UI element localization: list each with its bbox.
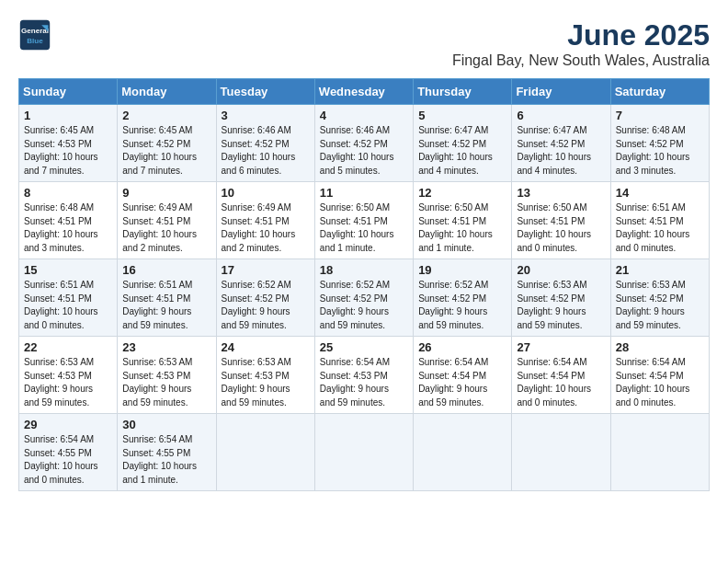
day-number: 7 [616, 109, 704, 122]
calendar-cell [314, 414, 413, 491]
calendar-cell: 15Sunrise: 6:51 AMSunset: 4:51 PMDayligh… [19, 259, 118, 337]
day-info: Sunrise: 6:54 AMSunset: 4:53 PMDaylight:… [320, 356, 408, 409]
day-info: Sunrise: 6:53 AMSunset: 4:52 PMDaylight:… [616, 279, 704, 332]
day-info: Sunrise: 6:54 AMSunset: 4:55 PMDaylight:… [122, 433, 210, 487]
day-info: Sunrise: 6:49 AMSunset: 4:51 PMDaylight:… [122, 201, 210, 255]
calendar-cell: 21Sunrise: 6:53 AMSunset: 4:52 PMDayligh… [610, 259, 709, 337]
calendar-cell: 20Sunrise: 6:53 AMSunset: 4:52 PMDayligh… [512, 259, 610, 337]
day-info: Sunrise: 6:53 AMSunset: 4:53 PMDaylight:… [122, 356, 210, 409]
calendar-cell: 25Sunrise: 6:54 AMSunset: 4:53 PMDayligh… [314, 337, 413, 414]
calendar-cell: 7Sunrise: 6:48 AMSunset: 4:52 PMDaylight… [610, 105, 709, 182]
header: General Blue June 2025 Fingal Bay, New S… [18, 18, 710, 69]
calendar-cell: 24Sunrise: 6:53 AMSunset: 4:53 PMDayligh… [216, 337, 314, 414]
calendar-cell: 22Sunrise: 6:53 AMSunset: 4:53 PMDayligh… [19, 337, 118, 414]
day-number: 10 [222, 186, 310, 200]
day-number: 21 [616, 263, 704, 277]
svg-text:General: General [21, 27, 49, 35]
day-number: 22 [24, 340, 112, 354]
day-info: Sunrise: 6:52 AMSunset: 4:52 PMDaylight:… [222, 279, 310, 332]
calendar-cell: 28Sunrise: 6:54 AMSunset: 4:54 PMDayligh… [610, 337, 709, 414]
calendar-cell [610, 414, 709, 491]
day-header-tuesday: Tuesday [216, 79, 314, 105]
day-info: Sunrise: 6:48 AMSunset: 4:52 PMDaylight:… [616, 124, 704, 178]
day-header-saturday: Saturday [610, 79, 709, 105]
day-info: Sunrise: 6:53 AMSunset: 4:52 PMDaylight:… [517, 279, 605, 332]
day-number: 29 [24, 418, 112, 431]
day-info: Sunrise: 6:46 AMSunset: 4:52 PMDaylight:… [222, 124, 310, 178]
calendar-cell: 2Sunrise: 6:45 AMSunset: 4:52 PMDaylight… [118, 105, 216, 182]
day-header-monday: Monday [118, 79, 216, 105]
calendar-cell: 27Sunrise: 6:54 AMSunset: 4:54 PMDayligh… [512, 337, 610, 414]
day-number: 5 [418, 109, 506, 122]
day-number: 12 [418, 186, 506, 200]
calendar-table: SundayMondayTuesdayWednesdayThursdayFrid… [18, 78, 710, 491]
calendar-cell: 10Sunrise: 6:49 AMSunset: 4:51 PMDayligh… [216, 182, 314, 259]
calendar-body: 1Sunrise: 6:45 AMSunset: 4:53 PMDaylight… [19, 105, 710, 491]
day-number: 23 [122, 340, 210, 354]
calendar-cell: 16Sunrise: 6:51 AMSunset: 4:51 PMDayligh… [118, 259, 216, 337]
day-info: Sunrise: 6:47 AMSunset: 4:52 PMDaylight:… [418, 124, 506, 178]
calendar-cell: 8Sunrise: 6:48 AMSunset: 4:51 PMDaylight… [19, 182, 118, 259]
calendar-cell [512, 414, 610, 491]
day-header-thursday: Thursday [414, 79, 512, 105]
day-number: 6 [517, 109, 605, 122]
day-number: 20 [517, 263, 605, 277]
calendar-cell [216, 414, 314, 491]
day-info: Sunrise: 6:48 AMSunset: 4:51 PMDaylight:… [24, 201, 112, 255]
day-number: 15 [24, 263, 112, 277]
calendar-week-row: 1Sunrise: 6:45 AMSunset: 4:53 PMDaylight… [19, 105, 710, 182]
day-info: Sunrise: 6:51 AMSunset: 4:51 PMDaylight:… [616, 201, 704, 255]
calendar-cell: 18Sunrise: 6:52 AMSunset: 4:52 PMDayligh… [314, 259, 413, 337]
day-number: 28 [616, 340, 704, 354]
calendar-cell: 9Sunrise: 6:49 AMSunset: 4:51 PMDaylight… [118, 182, 216, 259]
day-info: Sunrise: 6:53 AMSunset: 4:53 PMDaylight:… [24, 356, 112, 409]
day-info: Sunrise: 6:50 AMSunset: 4:51 PMDaylight:… [418, 201, 506, 255]
day-number: 8 [24, 186, 112, 200]
calendar-cell: 4Sunrise: 6:46 AMSunset: 4:52 PMDaylight… [314, 105, 413, 182]
calendar-cell: 3Sunrise: 6:46 AMSunset: 4:52 PMDaylight… [216, 105, 314, 182]
calendar-cell: 13Sunrise: 6:50 AMSunset: 4:51 PMDayligh… [512, 182, 610, 259]
day-info: Sunrise: 6:45 AMSunset: 4:53 PMDaylight:… [24, 124, 112, 178]
day-number: 17 [222, 263, 310, 277]
day-number: 30 [122, 418, 210, 431]
day-info: Sunrise: 6:54 AMSunset: 4:55 PMDaylight:… [24, 433, 112, 487]
day-header-wednesday: Wednesday [314, 79, 413, 105]
day-number: 2 [122, 109, 210, 122]
calendar-week-row: 22Sunrise: 6:53 AMSunset: 4:53 PMDayligh… [19, 337, 710, 414]
day-number: 16 [122, 263, 210, 277]
day-number: 13 [517, 186, 605, 200]
day-number: 4 [320, 109, 408, 122]
day-number: 9 [122, 186, 210, 200]
svg-text:Blue: Blue [27, 37, 43, 45]
calendar-cell: 30Sunrise: 6:54 AMSunset: 4:55 PMDayligh… [118, 414, 216, 491]
calendar-cell [414, 414, 512, 491]
location-title: Fingal Bay, New South Wales, Australia [452, 52, 710, 69]
calendar-cell: 5Sunrise: 6:47 AMSunset: 4:52 PMDaylight… [414, 105, 512, 182]
day-info: Sunrise: 6:51 AMSunset: 4:51 PMDaylight:… [122, 279, 210, 332]
day-number: 11 [320, 186, 408, 200]
day-info: Sunrise: 6:53 AMSunset: 4:53 PMDaylight:… [222, 356, 310, 409]
day-number: 18 [320, 263, 408, 277]
day-info: Sunrise: 6:47 AMSunset: 4:52 PMDaylight:… [517, 124, 605, 178]
day-number: 14 [616, 186, 704, 200]
day-number: 25 [320, 340, 408, 354]
day-info: Sunrise: 6:51 AMSunset: 4:51 PMDaylight:… [24, 279, 112, 332]
day-number: 19 [418, 263, 506, 277]
calendar-cell: 17Sunrise: 6:52 AMSunset: 4:52 PMDayligh… [216, 259, 314, 337]
day-header-friday: Friday [512, 79, 610, 105]
day-number: 1 [24, 109, 112, 122]
calendar-cell: 29Sunrise: 6:54 AMSunset: 4:55 PMDayligh… [19, 414, 118, 491]
logo-icon: General Blue [18, 18, 51, 52]
day-info: Sunrise: 6:54 AMSunset: 4:54 PMDaylight:… [616, 356, 704, 409]
month-title: June 2025 [452, 18, 710, 52]
logo: General Blue [18, 18, 51, 52]
calendar-cell: 19Sunrise: 6:52 AMSunset: 4:52 PMDayligh… [414, 259, 512, 337]
day-number: 24 [222, 340, 310, 354]
calendar-week-row: 8Sunrise: 6:48 AMSunset: 4:51 PMDaylight… [19, 182, 710, 259]
day-header-sunday: Sunday [19, 79, 118, 105]
day-info: Sunrise: 6:54 AMSunset: 4:54 PMDaylight:… [418, 356, 506, 409]
day-number: 3 [222, 109, 310, 122]
calendar-cell: 12Sunrise: 6:50 AMSunset: 4:51 PMDayligh… [414, 182, 512, 259]
day-info: Sunrise: 6:54 AMSunset: 4:54 PMDaylight:… [517, 356, 605, 409]
calendar-week-row: 29Sunrise: 6:54 AMSunset: 4:55 PMDayligh… [19, 414, 710, 491]
